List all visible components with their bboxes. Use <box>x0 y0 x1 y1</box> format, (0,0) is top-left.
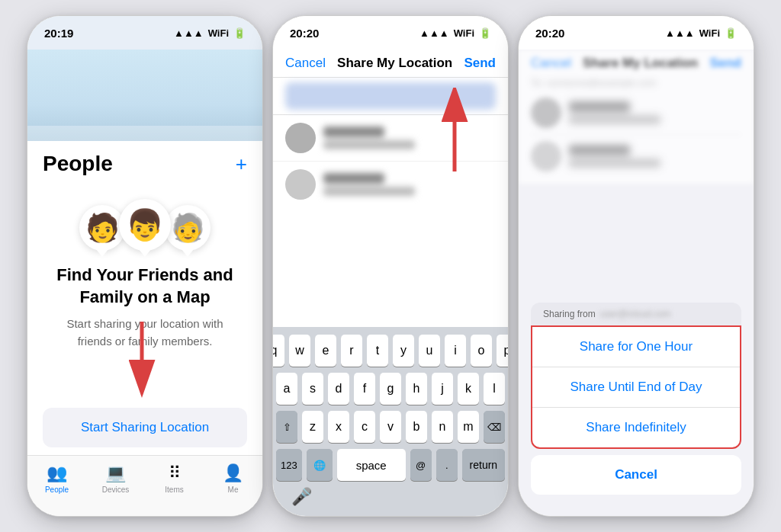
key-k[interactable]: k <box>458 373 479 405</box>
key-v[interactable]: v <box>380 411 401 443</box>
key-return[interactable]: return <box>462 449 505 481</box>
contact-detail-1 <box>323 140 415 149</box>
tab-devices[interactable]: 💻 Devices <box>86 463 145 494</box>
phone3-send[interactable]: Send <box>709 56 741 71</box>
emoji-person-3: 🧓 <box>165 205 211 251</box>
sharing-from-bar: Sharing from user@icloud.com <box>531 303 741 325</box>
phone3-contact-info-2 <box>569 145 741 168</box>
battery-icon: 🔋 <box>233 27 246 39</box>
share-menu: Share for One Hour Share Until End of Da… <box>531 325 741 449</box>
phone1-map <box>27 50 262 141</box>
tab-me-label: Me <box>228 486 239 494</box>
person2-emoji: 👦 <box>126 207 164 243</box>
key-x[interactable]: x <box>328 411 349 443</box>
phone3-avatar-2 <box>531 141 561 171</box>
phone2-nav-title: Share My Location <box>337 56 452 71</box>
signal-icon-2: ▲▲▲ <box>419 27 449 39</box>
signal-icon-3: ▲▲▲ <box>665 27 695 39</box>
phone-1: 20:19 ▲▲▲ WiFi 🔋 People + 🧑 <box>27 15 263 517</box>
share-cancel-button[interactable]: Cancel <box>531 455 741 495</box>
people-title: People <box>43 152 113 176</box>
person3-emoji: 🧓 <box>171 212 205 244</box>
key-shift[interactable]: ⇧ <box>276 411 297 443</box>
key-at[interactable]: @ <box>410 449 432 481</box>
tab-items[interactable]: ⠿ Items <box>145 463 204 494</box>
phone2-time: 20:20 <box>290 27 319 40</box>
phone3-contact-2 <box>531 134 741 178</box>
phone3-avatar-1 <box>531 98 561 128</box>
phone2-status-icons: ▲▲▲ WiFi 🔋 <box>419 27 491 39</box>
share-indefinitely-option[interactable]: Share Indefinitely <box>532 408 740 447</box>
key-p[interactable]: p <box>497 335 509 367</box>
tab-people-label: People <box>45 486 69 494</box>
key-c[interactable]: c <box>354 411 375 443</box>
key-u[interactable]: u <box>419 335 440 367</box>
phone2-nav: Cancel Share My Location Send <box>273 50 508 78</box>
start-sharing-button[interactable]: Start Sharing Location <box>43 408 247 447</box>
kb-row-2: a s d f g h j k l <box>276 373 505 405</box>
share-end-of-day-option[interactable]: Share Until End of Day <box>532 367 740 408</box>
key-d[interactable]: d <box>328 373 349 405</box>
sharing-from-label: Sharing from <box>543 309 596 319</box>
key-q[interactable]: q <box>272 335 284 367</box>
kb-row-4: 123 🌐 space @ . return <box>276 449 505 481</box>
tab-bar: 👥 People 💻 Devices ⠿ Items 👤 Me <box>27 455 262 516</box>
tab-items-label: Items <box>165 486 183 494</box>
contact-detail-2 <box>323 187 415 196</box>
phone2-cancel[interactable]: Cancel <box>285 56 326 71</box>
key-y[interactable]: y <box>393 335 414 367</box>
key-f[interactable]: f <box>354 373 375 405</box>
share-one-hour-label: Share for One Hour <box>580 339 693 354</box>
tab-me[interactable]: 👤 Me <box>204 463 262 494</box>
key-j[interactable]: j <box>432 373 453 405</box>
tab-devices-label: Devices <box>102 486 130 494</box>
start-sharing-container: Start Sharing Location <box>43 301 247 447</box>
key-dot[interactable]: . <box>436 449 458 481</box>
kb-row-1: q w e r t y u i o p <box>276 335 505 367</box>
phone3-status-bar: 20:20 ▲▲▲ WiFi 🔋 <box>519 16 754 50</box>
phone3-contact-1 <box>531 91 741 134</box>
key-b[interactable]: b <box>406 411 427 443</box>
contact-name-2 <box>323 173 384 184</box>
add-person-button[interactable]: + <box>236 154 247 174</box>
phone3-cancel[interactable]: Cancel <box>531 56 571 71</box>
key-delete[interactable]: ⌫ <box>484 411 505 443</box>
battery-icon-2: 🔋 <box>479 27 491 39</box>
person1-emoji: 🧑 <box>85 212 120 244</box>
key-t[interactable]: t <box>367 335 388 367</box>
contact-avatar-1 <box>285 123 316 153</box>
kb-row-3: ⇧ z x c v b n m ⌫ <box>276 411 505 443</box>
screenshots-container: 20:19 ▲▲▲ WiFi 🔋 People + 🧑 <box>11 0 770 532</box>
sharing-from-email: user@icloud.com <box>600 309 671 319</box>
key-i[interactable]: i <box>445 335 466 367</box>
key-globe[interactable]: 🌐 <box>307 449 333 481</box>
battery-icon-3: 🔋 <box>725 27 737 39</box>
contact-avatar-2 <box>285 169 316 200</box>
key-m[interactable]: m <box>458 411 479 443</box>
key-w[interactable]: w <box>289 335 310 367</box>
key-123[interactable]: 123 <box>276 449 302 481</box>
phone3-time: 20:20 <box>535 27 564 40</box>
tab-people[interactable]: 👥 People <box>27 463 86 494</box>
share-indefinitely-label: Share Indefinitely <box>586 420 686 435</box>
key-o[interactable]: o <box>471 335 492 367</box>
key-l[interactable]: l <box>484 373 505 405</box>
wifi-icon-2: WiFi <box>454 27 474 39</box>
key-g[interactable]: g <box>380 373 401 405</box>
phone1-status-icons: ▲▲▲ WiFi 🔋 <box>174 27 246 39</box>
emoji-group: 🧑 👦 🧓 <box>79 199 211 251</box>
key-a[interactable]: a <box>276 373 297 405</box>
key-space[interactable]: space <box>337 449 406 481</box>
key-n[interactable]: n <box>432 411 453 443</box>
phone2-content: Cancel Share My Location Send <box>273 50 508 516</box>
phone1-status-bar: 20:19 ▲▲▲ WiFi 🔋 <box>27 16 262 50</box>
key-r[interactable]: r <box>341 335 362 367</box>
share-one-hour-option[interactable]: Share for One Hour <box>532 327 740 367</box>
key-e[interactable]: e <box>315 335 336 367</box>
keyboard[interactable]: q w e r t y u i o p a s d f g <box>273 327 508 516</box>
phone2-send[interactable]: Send <box>464 56 496 71</box>
key-z[interactable]: z <box>302 411 323 443</box>
key-s[interactable]: s <box>302 373 323 405</box>
key-h[interactable]: h <box>406 373 427 405</box>
mic-icon: 🎤 <box>291 487 312 507</box>
